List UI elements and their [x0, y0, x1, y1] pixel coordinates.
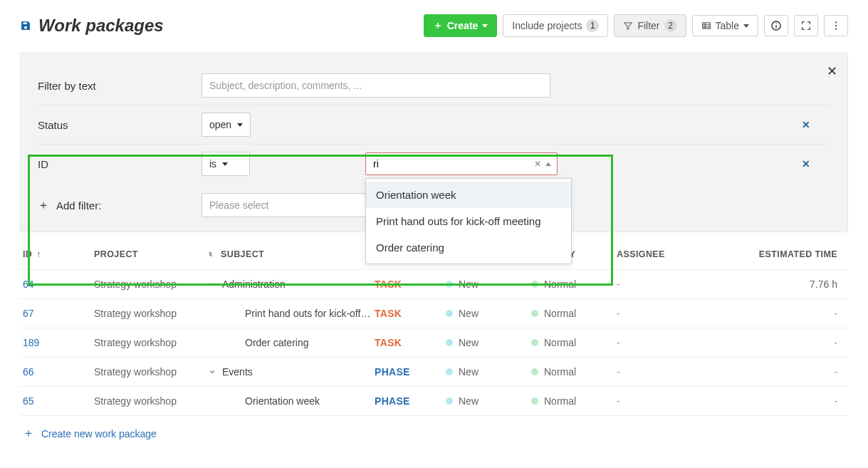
info-icon	[770, 20, 782, 31]
remove-id-filter[interactable]: ✕	[802, 158, 810, 170]
row-expander[interactable]	[208, 368, 216, 375]
add-filter-label: ＋ Add filter:	[38, 198, 202, 213]
chevron-down-icon	[209, 281, 216, 288]
table-row[interactable]: 67Strategy workshopPrint hand outs for k…	[20, 298, 848, 328]
id-operator-select[interactable]: is	[202, 152, 250, 176]
svg-point-9	[835, 28, 837, 29]
status-dot-icon	[446, 397, 453, 405]
plus-icon: ＋	[433, 19, 443, 32]
wp-id-link[interactable]: 66	[23, 366, 94, 378]
wp-id-link[interactable]: 67	[23, 308, 94, 319]
priority-dot-icon	[531, 281, 538, 288]
id-operator-value: is	[209, 158, 216, 170]
table-row[interactable]: 189Strategy workshopOrder cateringTASKNe…	[20, 328, 848, 357]
wp-assignee: -	[617, 395, 731, 407]
fullscreen-button[interactable]	[794, 15, 818, 36]
status-dot-icon	[446, 281, 453, 288]
remove-status-filter[interactable]: ✕	[802, 119, 810, 130]
chevron-down-icon	[237, 123, 243, 127]
wp-assignee: -	[617, 337, 731, 348]
wp-subject: Order catering	[245, 337, 308, 348]
wp-id-link[interactable]: 64	[23, 279, 94, 290]
wp-status: New	[446, 308, 531, 319]
wp-assignee: -	[617, 308, 731, 319]
wp-id-link[interactable]: 189	[23, 337, 94, 348]
filter-text-label: Filter by text	[38, 80, 202, 92]
view-mode-label: Table	[716, 20, 739, 31]
priority-dot-icon	[531, 339, 538, 346]
col-id[interactable]: ID ↑	[23, 249, 94, 259]
funnel-icon	[623, 21, 633, 31]
view-mode-button[interactable]: Table	[692, 15, 758, 36]
dropdown-option[interactable]: Order catering	[366, 234, 571, 261]
wp-subject-cell: Events	[208, 366, 375, 378]
filter-button-label: Filter	[637, 20, 659, 31]
col-project[interactable]: PROJECT	[94, 249, 208, 259]
wp-project: Strategy workshop	[94, 308, 208, 319]
status-dot-icon	[446, 310, 453, 317]
sort-asc-icon: ↑	[36, 249, 41, 259]
create-work-package-link[interactable]: ＋ Create new work package	[20, 415, 848, 451]
id-autocomplete-dropdown: Orientation week Print hand outs for kic…	[365, 178, 572, 264]
plus-icon: ＋	[23, 426, 34, 441]
include-projects-count: 1	[586, 19, 599, 32]
wp-priority: Normal	[531, 395, 617, 407]
wp-type: PHASE	[375, 395, 446, 407]
wp-status: New	[446, 337, 531, 348]
col-assignee[interactable]: ASSIGNEE	[617, 249, 731, 259]
include-projects-label: Include projects	[512, 20, 582, 31]
chevron-down-icon	[222, 162, 228, 166]
svg-point-7	[835, 21, 837, 23]
dropdown-option[interactable]: Orientation week	[366, 182, 571, 208]
wp-type: PHASE	[375, 366, 446, 378]
filter-text-input[interactable]	[202, 73, 550, 98]
dropdown-option[interactable]: Print hand outs for kick-off meeting	[366, 208, 571, 234]
wp-project: Strategy workshop	[94, 395, 208, 407]
create-button-label: Create	[447, 20, 479, 31]
priority-dot-icon	[531, 368, 538, 375]
wp-estimated: -	[731, 366, 837, 378]
table-row[interactable]: 65Strategy workshopOrientation weekPHASE…	[20, 386, 848, 415]
chevron-down-icon	[209, 368, 216, 375]
wp-type: TASK	[375, 337, 446, 348]
expand-icon	[800, 20, 812, 31]
filter-id-label: ID	[38, 158, 202, 170]
chevron-down-icon	[482, 24, 488, 28]
table-row[interactable]: 66Strategy workshopEventsPHASENewNormal-…	[20, 357, 848, 386]
wp-priority: Normal	[531, 337, 617, 348]
wp-project: Strategy workshop	[94, 366, 208, 378]
row-expander[interactable]	[208, 281, 216, 288]
table-row[interactable]: 64Strategy workshopAdministrationTASKNew…	[20, 269, 848, 298]
create-button[interactable]: ＋ Create	[424, 14, 498, 37]
svg-point-6	[775, 23, 776, 24]
hierarchy-icon	[208, 250, 216, 259]
col-subject[interactable]: SUBJECT	[208, 249, 375, 259]
filter-count: 2	[664, 19, 677, 32]
col-estimated[interactable]: ESTIMATED TIME	[731, 249, 837, 259]
clear-icon[interactable]: ✕	[534, 159, 541, 169]
table-icon	[701, 21, 711, 31]
kebab-icon	[830, 20, 842, 31]
wp-assignee: -	[617, 366, 731, 378]
wp-status: New	[446, 279, 531, 290]
info-button[interactable]	[764, 15, 788, 36]
close-icon[interactable]: ✕	[827, 63, 837, 79]
wp-project: Strategy workshop	[94, 279, 208, 290]
filter-button[interactable]: Filter 2	[614, 14, 686, 37]
wp-subject-cell: Administration	[208, 279, 375, 290]
status-operator-value: open	[209, 119, 231, 130]
wp-subject: Print hand outs for kick-off…	[245, 308, 370, 319]
wp-subject-cell: Orientation week	[208, 395, 375, 407]
filter-panel: ✕ Filter by text Status open ✕ ID	[20, 53, 848, 232]
save-icon[interactable]	[20, 20, 31, 31]
status-operator-select[interactable]: open	[202, 113, 251, 137]
chevron-up-icon[interactable]	[545, 162, 551, 166]
more-button[interactable]	[824, 15, 848, 36]
id-value-combobox[interactable]: ✕	[365, 152, 558, 175]
include-projects-button[interactable]: Include projects 1	[503, 14, 608, 37]
wp-id-link[interactable]: 65	[23, 395, 94, 407]
wp-subject: Administration	[222, 279, 286, 290]
wp-subject-cell: Order catering	[208, 337, 375, 348]
id-value-input[interactable]	[372, 157, 530, 170]
plus-icon: ＋	[38, 198, 49, 213]
